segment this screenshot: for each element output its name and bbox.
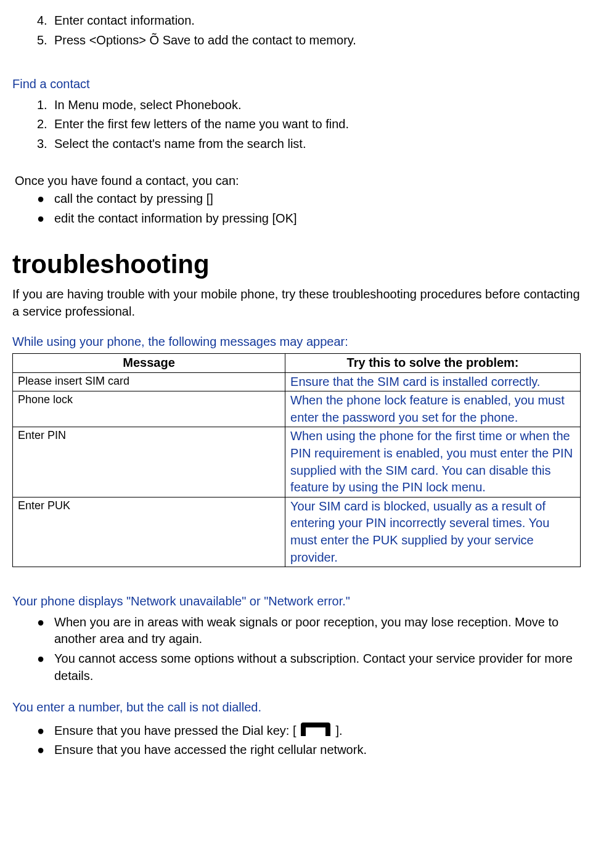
bullet-icon: ● [37,723,54,740]
step-number: 4. [37,12,54,30]
solution-cell: When using the phone for the first time … [285,427,581,497]
messages-table: Message Try this to solve the problem: P… [12,353,581,567]
step-item: 4.Enter contact information. [54,11,581,31]
list-item: ●call the contact by pressing [] [54,189,581,209]
step-text: In Menu mode, select Phonebook. [54,98,242,112]
list-text-b: ]. [335,724,342,737]
table-row: Enter PIN When using the phone for the f… [13,427,581,497]
table-row: Please insert SIM card Ensure that the S… [13,372,581,391]
step-number: 5. [37,32,54,49]
solution-cell: When the phone lock feature is enabled, … [285,391,581,427]
found-contact-intro: Once you have found a contact, you can: [15,173,581,190]
step-number: 1. [37,97,54,114]
message-cell: Enter PUK [13,497,285,567]
step-item: 3.Select the contact's name from the sea… [54,134,581,154]
find-contact-heading: Find a contact [12,76,581,93]
list-text: call the contact by pressing [] [54,192,213,205]
table-header-solution: Try this to solve the problem: [285,354,581,373]
bullet-icon: ● [37,742,54,759]
list-text: You cannot access some options without a… [54,652,573,682]
dial-key-icon [297,720,334,739]
messages-heading: While using your phone, the following me… [12,334,581,351]
list-item: ●Ensure that you have accessed the right… [54,740,581,760]
step-text: Enter the first few letters of the name … [54,117,349,131]
table-header-message: Message [13,354,285,373]
troubleshooting-title: troubleshooting [12,247,581,282]
step-item: 5.Press <Options> Õ Save to add the cont… [54,31,581,51]
step-text: Press <Options> Õ Save to add the contac… [54,33,356,47]
step-number: 3. [37,136,54,153]
bullet-icon: ● [37,650,54,668]
solution-cell: Your SIM card is blocked, usually as a r… [285,497,581,567]
bullet-icon: ● [37,614,54,631]
list-text: edit the contact information by pressing… [54,211,297,225]
step-number: 2. [37,116,54,133]
list-text: When you are in areas with weak signals … [54,615,558,646]
message-cell: Enter PIN [13,427,285,497]
network-error-heading: Your phone displays "Network unavailable… [12,593,581,610]
table-row: Phone lock When the phone lock feature i… [13,391,581,427]
table-row: Enter PUK Your SIM card is blocked, usua… [13,497,581,567]
step-text: Select the contact's name from the searc… [54,137,306,150]
list-text: Ensure that you have accessed the right … [54,743,367,756]
call-not-dialled-heading: You enter a number, but the call is not … [12,699,581,716]
list-item: ●Ensure that you have pressed the Dial k… [54,719,581,741]
list-text-a: Ensure that you have pressed the Dial ke… [54,724,296,737]
list-item: ●edit the contact information by pressin… [54,209,581,229]
step-item: 1.In Menu mode, select Phonebook. [54,96,581,115]
bullet-icon: ● [37,210,54,227]
bullet-icon: ● [37,190,54,208]
step-text: Enter contact information. [54,14,195,27]
message-cell: Please insert SIM card [13,372,285,391]
troubleshooting-intro: If you are having trouble with your mobi… [12,286,581,320]
list-item: ●When you are in areas with weak signals… [54,613,581,649]
message-cell: Phone lock [13,391,285,427]
list-item: ●You cannot access some options without … [54,649,581,686]
solution-cell: Ensure that the SIM card is installed co… [285,372,581,391]
step-item: 2.Enter the first few letters of the nam… [54,115,581,134]
